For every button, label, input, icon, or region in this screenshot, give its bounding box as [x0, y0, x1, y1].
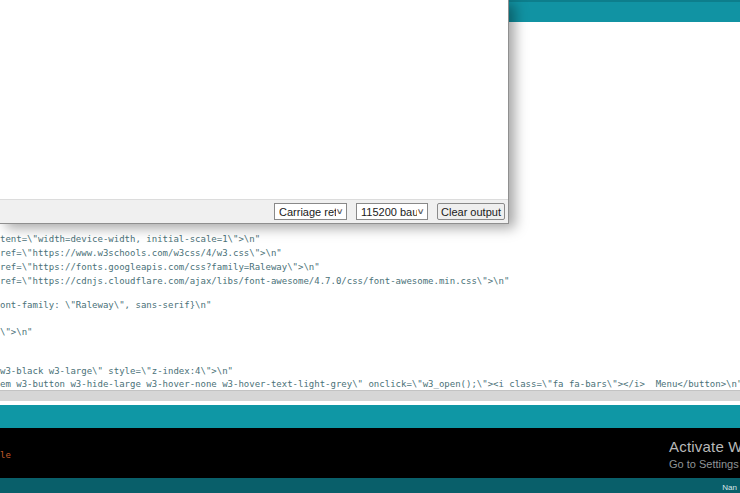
- editor-horizontal-scrollbar[interactable]: [0, 390, 740, 401]
- code-line: ref=\"https://fonts.googleapis.com/css?f…: [0, 261, 320, 273]
- code-line: ref=\"https://cdnjs.cloudflare.com/ajax/…: [0, 275, 509, 287]
- code-line: \">\n": [0, 326, 33, 338]
- code-line: tent=\"width=device-width, initial-scale…: [0, 233, 260, 245]
- code-line: w3-black w3-large\" style=\"z-index:4\">…: [0, 365, 233, 377]
- line-ending-value: Carriage return: [279, 206, 336, 218]
- serial-monitor-window: Carriage return ∨ 115200 baud ∨ Clear ou…: [0, 0, 509, 224]
- line-ending-dropdown[interactable]: Carriage return ∨: [274, 203, 347, 220]
- console-text-fragment: le: [0, 450, 11, 460]
- windows-activation-watermark: Activate W Go to Settings: [669, 438, 740, 470]
- serial-monitor-controls-bar: Carriage return ∨ 115200 baud ∨ Clear ou…: [0, 199, 508, 223]
- watermark-subtitle: Go to Settings: [669, 458, 740, 470]
- watermark-title: Activate W: [669, 438, 740, 455]
- serial-output-area[interactable]: [0, 0, 508, 199]
- code-line: ont-family: \"Raleway\", sans-serif}\n": [0, 299, 211, 311]
- clear-output-button[interactable]: Clear output: [437, 203, 505, 220]
- code-line: ref=\"https://www.w3schools.com/w3css/4/…: [0, 247, 282, 259]
- chevron-down-icon: ∨: [334, 207, 348, 216]
- screen: tent=\"width=device-width, initial-scale…: [0, 0, 740, 493]
- console-output-area: le Activate W Go to Settings: [0, 428, 740, 478]
- chevron-down-icon: ∨: [415, 207, 429, 216]
- ide-status-message-strip: [0, 405, 740, 428]
- ide-status-bar: Nan: [0, 478, 740, 493]
- baud-rate-value: 115200 baud: [361, 206, 417, 218]
- code-line: em w3-button w3-hide-large w3-hover-none…: [0, 378, 740, 390]
- status-bar-text-fragment: Nan: [722, 483, 737, 492]
- baud-rate-dropdown[interactable]: 115200 baud ∨: [356, 203, 428, 220]
